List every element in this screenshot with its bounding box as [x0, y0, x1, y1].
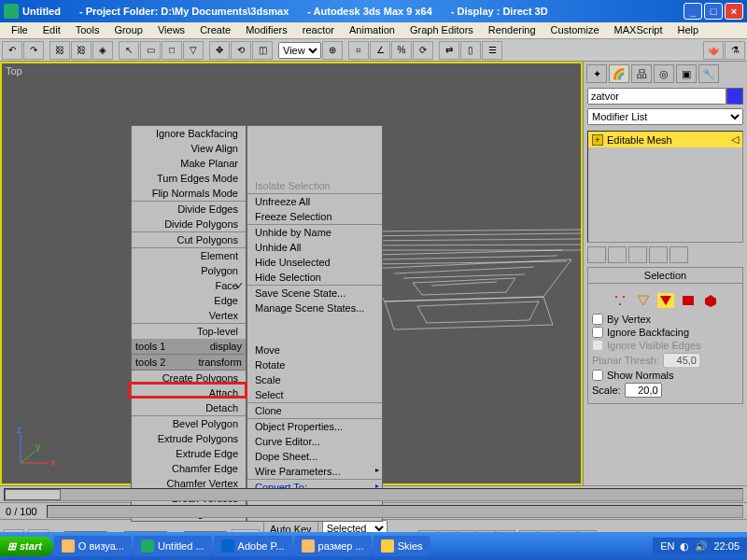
redo-button[interactable]: ↷	[23, 41, 44, 60]
qm-element[interactable]: Element	[132, 247, 246, 263]
qm-polygon[interactable]: Polygon	[132, 263, 246, 278]
select-region-button[interactable]: □	[162, 41, 182, 60]
qm-flip-normals[interactable]: Flip Normals Mode	[132, 186, 246, 201]
qm-isolate[interactable]: Isolate Selection	[247, 178, 382, 193]
qm-unhide-by-name[interactable]: Unhide by Name	[247, 224, 382, 240]
link-button[interactable]: ⛓	[49, 41, 70, 60]
face-subobj-icon[interactable]	[657, 293, 674, 308]
qm-hide-unselected[interactable]: Hide Unselected	[247, 255, 382, 270]
element-subobj-icon[interactable]	[702, 293, 719, 308]
timeline[interactable]	[0, 485, 747, 502]
hierarchy-tab[interactable]: 品	[631, 64, 652, 83]
menu-customize[interactable]: Customize	[543, 22, 607, 38]
qm-edge[interactable]: Edge	[132, 293, 246, 308]
remove-mod-button[interactable]	[649, 246, 668, 263]
task-item-3[interactable]: Adobe P...	[214, 536, 292, 556]
qm-chamfer-edge[interactable]: Chamfer Edge	[132, 461, 246, 476]
qm-attach[interactable]: Attach	[132, 385, 246, 400]
modifier-list-dropdown[interactable]: Modifier List	[587, 108, 743, 125]
menu-file[interactable]: File	[4, 22, 35, 38]
qm-wire-parameters[interactable]: Wire Parameters...	[247, 464, 382, 479]
move-button[interactable]: ✥	[209, 41, 230, 60]
menu-edit[interactable]: Edit	[35, 22, 68, 38]
qm-curve-editor[interactable]: Curve Editor...	[247, 434, 382, 449]
menu-group[interactable]: Group	[106, 22, 150, 38]
tray-icon[interactable]: ◐	[680, 540, 689, 553]
menu-reactor[interactable]: reactor	[295, 22, 342, 38]
edge-subobj-icon[interactable]	[635, 293, 652, 308]
qm-hide-selection[interactable]: Hide Selection	[247, 270, 382, 285]
qm-unhide-all[interactable]: Unhide All	[247, 240, 382, 255]
modifier-stack[interactable]: + Editable Mesh ◁	[587, 131, 743, 243]
start-button[interactable]: ⊞start	[0, 537, 53, 556]
configure-button[interactable]	[669, 246, 688, 263]
qm-freeze-selection[interactable]: Freeze Selection	[247, 209, 382, 224]
select-button[interactable]: ↖	[119, 41, 139, 60]
qm-vertex[interactable]: Vertex	[132, 308, 246, 323]
render-scene-button[interactable]: ⚗	[725, 41, 745, 60]
menu-tools[interactable]: Tools	[68, 22, 107, 38]
menu-help[interactable]: Help	[670, 22, 707, 38]
unlink-button[interactable]: ⛓	[71, 41, 92, 60]
qm-extrude-edge[interactable]: Extrude Edge	[132, 446, 246, 461]
object-color-swatch[interactable]	[726, 88, 743, 105]
layers-button[interactable]: ☰	[482, 41, 502, 60]
qm-face[interactable]: Face	[132, 278, 246, 293]
qm-ignore-backfacing[interactable]: Ignore Backfacing	[132, 126, 246, 141]
qm-view-align[interactable]: View Align	[132, 141, 246, 156]
render-button[interactable]: 🫖	[703, 41, 724, 60]
menu-rendering[interactable]: Rendering	[481, 22, 543, 38]
task-item-2[interactable]: Untitled ...	[134, 536, 212, 556]
qm-bevel-polygon[interactable]: Bevel Polygon	[132, 415, 246, 431]
show-end-button[interactable]	[608, 246, 627, 263]
qm-select[interactable]: Select	[247, 387, 382, 402]
percent-snap-button[interactable]: %	[391, 41, 412, 60]
snap-button[interactable]: ⌗	[348, 41, 369, 60]
qm-unfreeze-all[interactable]: Unfreeze All	[247, 193, 382, 209]
menu-graph-editors[interactable]: Graph Editors	[402, 22, 481, 38]
pivot-button[interactable]: ⊕	[322, 41, 343, 60]
display-tab[interactable]: ▣	[676, 64, 697, 83]
qm-save-scene-state[interactable]: Save Scene State...	[247, 285, 382, 301]
vertex-subobj-icon[interactable]	[613, 293, 629, 308]
lang-indicator[interactable]: EN	[660, 540, 674, 552]
qm-turn-edges[interactable]: Turn Edges Mode	[132, 171, 246, 186]
qm-object-properties[interactable]: Object Properties...	[247, 418, 382, 434]
normals-scale-input[interactable]	[625, 383, 662, 398]
time-slider[interactable]	[5, 489, 61, 500]
close-button[interactable]: ×	[725, 3, 743, 20]
menu-modifiers[interactable]: Modifiers	[238, 22, 295, 38]
task-item-4[interactable]: размер ...	[294, 536, 372, 556]
object-name-input[interactable]	[587, 88, 726, 105]
qm-extrude-polygons[interactable]: Extrude Polygons	[132, 431, 246, 446]
qm-scale[interactable]: Scale	[247, 372, 382, 387]
minimize-button[interactable]: _	[684, 3, 702, 20]
menu-views[interactable]: Views	[150, 22, 192, 38]
qm-divide-polygons[interactable]: Divide Polygons	[132, 217, 246, 231]
show-normals-checkbox[interactable]	[592, 370, 603, 381]
qm-make-planar[interactable]: Make Planar	[132, 156, 246, 171]
utilities-tab[interactable]: 🔧	[698, 64, 719, 83]
maximize-button[interactable]: □	[704, 3, 723, 20]
qm-top-level[interactable]: Top-level	[132, 323, 246, 339]
expand-icon[interactable]: +	[592, 134, 603, 146]
qm-cut-polygons[interactable]: Cut Polygons	[132, 231, 246, 247]
task-item-1[interactable]: О визуа...	[54, 536, 132, 556]
align-button[interactable]: ▯	[460, 41, 481, 60]
scale-button[interactable]: ◫	[252, 41, 273, 60]
mirror-button[interactable]: ⇄	[439, 41, 459, 60]
qm-clone[interactable]: Clone	[247, 402, 382, 418]
ignore-backfacing-checkbox[interactable]	[592, 327, 603, 338]
by-vertex-checkbox[interactable]	[592, 314, 603, 325]
angle-snap-button[interactable]: ∠	[370, 41, 390, 60]
filter-button[interactable]: ▽	[183, 41, 204, 60]
trackbar[interactable]	[47, 505, 743, 518]
selection-rollout-title[interactable]: Selection	[588, 268, 742, 284]
qm-rotate[interactable]: Rotate	[247, 357, 382, 372]
stack-vis-icon[interactable]: ◁	[731, 133, 739, 146]
motion-tab[interactable]: ◎	[654, 64, 674, 83]
modify-tab[interactable]: 🌈	[609, 64, 629, 83]
bind-button[interactable]: ◈	[92, 41, 113, 60]
menu-maxscript[interactable]: MAXScript	[607, 22, 670, 38]
stack-editable-mesh[interactable]: + Editable Mesh ◁	[588, 132, 742, 147]
